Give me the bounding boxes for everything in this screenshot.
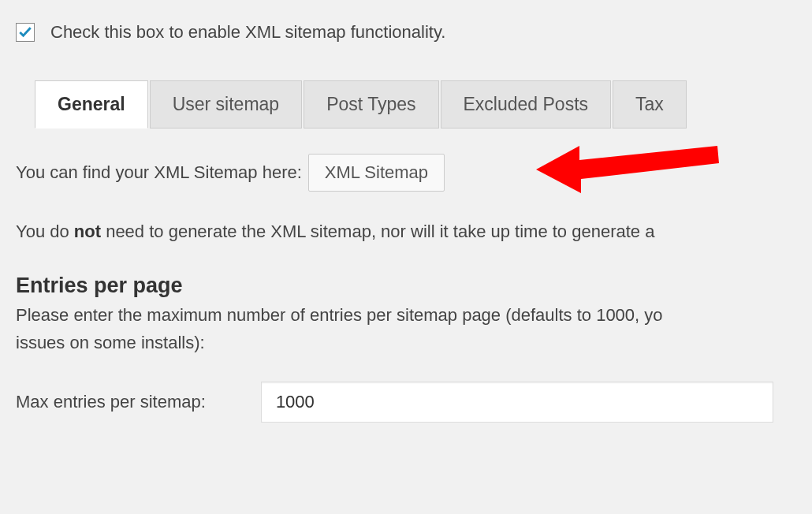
description-post: need to generate the XML sitemap, nor wi…	[101, 222, 654, 241]
enable-sitemap-checkbox[interactable]	[16, 23, 35, 42]
max-entries-label: Max entries per sitemap:	[16, 392, 206, 412]
generate-description: You do not need to generate the XML site…	[16, 222, 796, 242]
sitemap-location-row: You can find your XML Sitemap here: XML …	[16, 154, 796, 192]
enable-sitemap-row: Check this box to enable XML sitemap fun…	[16, 22, 796, 43]
tabs-container: General User sitemap Post Types Excluded…	[35, 80, 796, 128]
description-pre: You do	[16, 222, 74, 241]
max-entries-row: Max entries per sitemap:	[16, 382, 796, 423]
entries-description: Please enter the maximum number of entri…	[16, 301, 796, 356]
enable-sitemap-label: Check this box to enable XML sitemap fun…	[50, 22, 445, 43]
description-bold: not	[74, 222, 101, 241]
tab-post-types[interactable]: Post Types	[304, 80, 438, 128]
max-entries-input[interactable]	[261, 382, 773, 423]
tab-general[interactable]: General	[35, 80, 148, 128]
entries-description-line2: issues on some installs):	[16, 333, 205, 352]
tab-taxonomies[interactable]: Tax	[613, 80, 687, 128]
tab-user-sitemap[interactable]: User sitemap	[150, 80, 302, 128]
sitemap-prefix-text: You can find your XML Sitemap here:	[16, 162, 302, 183]
entries-description-line1: Please enter the maximum number of entri…	[16, 305, 663, 325]
tab-excluded-posts[interactable]: Excluded Posts	[441, 80, 612, 128]
xml-sitemap-button[interactable]: XML Sitemap	[308, 154, 445, 192]
pointer-arrow-annotation	[536, 130, 725, 206]
svg-marker-1	[536, 146, 719, 193]
entries-heading: Entries per page	[16, 274, 796, 298]
